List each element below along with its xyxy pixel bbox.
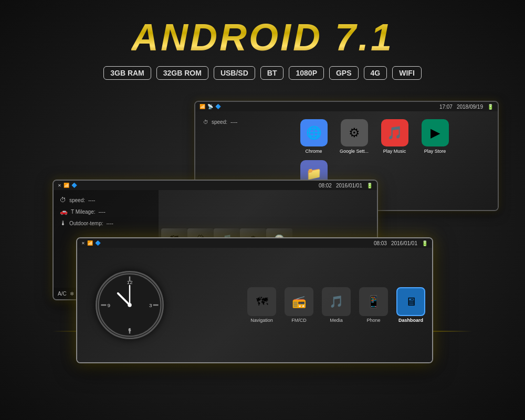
screen-front-time-area: 08:03 2016/01/01 🔋 (374, 240, 428, 246)
screen-back-status-icons: 📶 📡 🔷 (200, 104, 221, 109)
screen-mid-time: 08:02 (319, 183, 332, 188)
spec-badge: 1080P (289, 66, 323, 80)
nav-icon-box: 🗺 (247, 287, 276, 316)
screen-back-info: ⏱ speed: ---- (195, 111, 289, 133)
spec-badge: 3GB RAM (103, 66, 151, 80)
spec-badge: 32GB ROM (156, 66, 208, 80)
wifi-icon: 📶 (200, 104, 205, 109)
screen-front-status-icons: ✕ 📶 🔷 (81, 240, 101, 246)
screen-front-header: ✕ 📶 🔷 08:03 2016/01/01 🔋 (77, 238, 432, 248)
app-icon[interactable]: 🌐 Chrome (297, 119, 331, 154)
specs-row: 3GB RAM32GB ROMUSB/SDBT1080PGPS4GWIFI (0, 66, 525, 80)
nav-item[interactable]: 🗺 Navigation (245, 287, 279, 323)
nav-label: Phone (366, 318, 380, 323)
bt-icon-mid: 🔷 (71, 183, 77, 188)
nav-item[interactable]: 🖥 Dashboard (394, 287, 428, 323)
ac-snowflake-icon: ❄ (70, 291, 74, 297)
car-icon: 🚗 (60, 208, 68, 215)
clock-svg: 12 3 6 9 (97, 272, 162, 338)
screen-front: ✕ 📶 🔷 08:03 2016/01/01 🔋 (76, 237, 433, 363)
mid-speed-label: speed: (69, 197, 85, 203)
analog-clock: 12 3 6 9 (96, 271, 164, 339)
page-root: ANDROID 7.1 3GB RAM32GB ROMUSB/SDBT1080P… (0, 0, 525, 420)
nav-label: FM/CD (291, 318, 307, 323)
screen-back-time: 17:07 (439, 104, 453, 110)
app-icon-img: 🌐 (300, 119, 328, 146)
svg-text:12: 12 (127, 279, 133, 285)
bt-icon-front: 🔷 (95, 240, 101, 246)
speedometer-icon: ⏱ (203, 119, 208, 125)
nav-label: Dashboard (398, 318, 423, 323)
app-icon[interactable]: 🎵 Play Music (377, 119, 412, 154)
app-icon[interactable]: ⚙ Google Sett... (337, 119, 371, 154)
nav-items-container: 🗺 Navigation 📻 FM/CD 🎵 Media 📱 Phone 🖥 D… (182, 282, 432, 328)
mid-speed-row: ⏱ speed: ---- (60, 196, 152, 204)
nav-label: Navigation (250, 318, 273, 323)
svg-text:6: 6 (128, 327, 131, 332)
screen-back-header: 📶 📡 🔷 17:07 2018/09/19 🔋 (195, 102, 498, 111)
title-section: ANDROID 7.1 3GB RAM32GB ROMUSB/SDBT1080P… (0, 0, 525, 80)
speed-icon: ⏱ (60, 196, 66, 204)
mid-speed-val: ---- (88, 197, 95, 203)
android-title: ANDROID 7.1 (131, 16, 394, 59)
svg-point-11 (128, 303, 131, 307)
wifi-icon-front: 📶 (87, 240, 93, 246)
screen-front-time: 08:03 (374, 240, 387, 246)
screen-mid-date: 2016/01/01 (336, 183, 362, 188)
nav-icon-box: 📱 (359, 287, 388, 316)
speed-row: ⏱ speed: ---- (203, 119, 281, 125)
spec-badge: BT (260, 66, 284, 80)
app-icon-label: Chrome (305, 149, 322, 154)
mid-temp-label: Outdoor-temp: (69, 220, 103, 226)
nav-label: Media (330, 318, 343, 323)
app-icon-img: 🎵 (381, 119, 408, 146)
clock-area: 12 3 6 9 (77, 248, 182, 362)
battery-icon-front: 🔋 (422, 240, 428, 246)
ac-label: A/C (58, 291, 67, 297)
nav-item[interactable]: 📱 Phone (356, 287, 391, 323)
screen-back-time-area: 17:07 2018/09/19 🔋 (439, 104, 494, 110)
nav-item[interactable]: 🎵 Media (319, 287, 353, 323)
x-icon-front: ✕ (81, 241, 85, 246)
app-icon-img: ▶ (422, 119, 449, 146)
battery-icon-mid: 🔋 (366, 183, 373, 188)
nav-item[interactable]: 📻 FM/CD (282, 287, 316, 323)
temp-icon: 🌡 (60, 219, 66, 227)
wifi-icon-mid: 📶 (64, 183, 69, 188)
battery-icon: 🔋 (487, 104, 494, 110)
spec-badge: WIFI (392, 66, 422, 80)
speed-val: ---- (230, 119, 237, 125)
screen-mid-status-icons: ✕ 📶 🔷 (58, 183, 77, 188)
speed-label: speed: (212, 119, 227, 125)
mid-mileage-label: T Mileage: (71, 209, 96, 215)
nav-icon-box: 🖥 (396, 287, 425, 316)
svg-text:9: 9 (108, 302, 111, 308)
signal-icon: 📡 (207, 104, 213, 109)
svg-text:3: 3 (149, 302, 152, 308)
screen-mid-header: ✕ 📶 🔷 08:02 2016/01/01 🔋 (54, 181, 377, 190)
screens-container: 📶 📡 🔷 17:07 2018/09/19 🔋 ⏱ speed: ---- (0, 90, 525, 363)
mid-temp-val: ---- (106, 220, 113, 226)
app-icon[interactable]: ▶ Play Store (418, 119, 452, 154)
app-icon-img: ⚙ (341, 119, 368, 146)
screen-front-date: 2016/01/01 (391, 240, 417, 246)
screen-mid-time-area: 08:02 2016/01/01 🔋 (319, 183, 373, 188)
bt-icon: 🔷 (215, 104, 221, 109)
spec-badge: 4G (364, 66, 387, 80)
nav-icon-box: 📻 (285, 287, 313, 316)
mid-temp-row: 🌡 Outdoor-temp: ---- (60, 219, 152, 227)
x-icon: ✕ (58, 183, 61, 188)
nav-icon-box: 🎵 (322, 287, 351, 316)
mid-mileage-row: 🚗 T Mileage: ---- (60, 208, 152, 215)
mid-mileage-val: ---- (99, 209, 106, 215)
screen-back-date: 2018/09/19 (457, 104, 483, 110)
screen-front-content: 12 3 6 9 (77, 248, 432, 362)
spec-badge: USB/SD (214, 66, 255, 80)
spec-badge: GPS (329, 66, 359, 80)
app-icon-label: Play Store (424, 149, 446, 154)
app-icon-label: Play Music (383, 149, 406, 154)
app-icon-label: Google Sett... (340, 149, 369, 154)
